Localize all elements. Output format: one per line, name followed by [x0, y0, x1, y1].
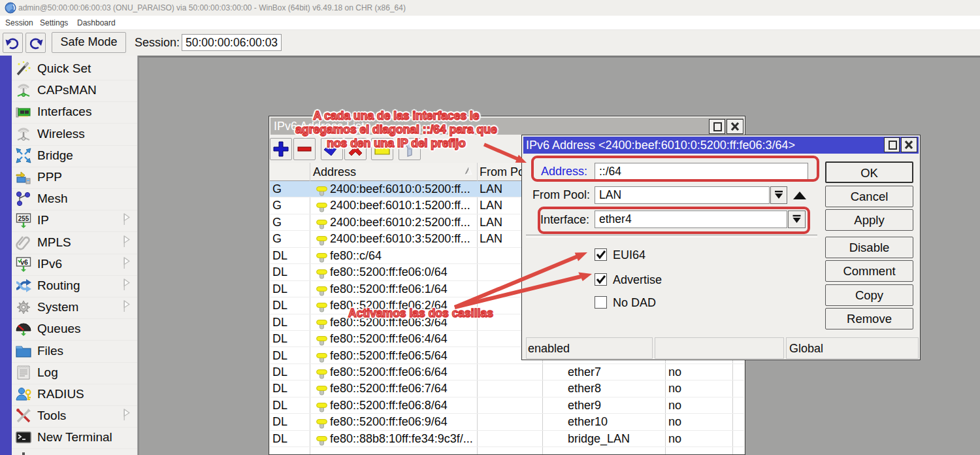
svg-text:255: 255: [18, 215, 29, 222]
